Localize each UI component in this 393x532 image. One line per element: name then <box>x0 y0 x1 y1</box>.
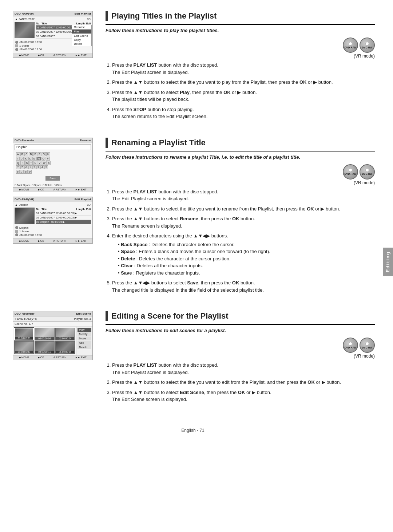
keyboard: ABCDEFGH IJKLMNOP QRSTUVWX YZ012345 <box>15 151 91 175</box>
screen-thumbnail <box>15 22 35 38</box>
playing-titles-subtitle: Follow these instructions to play the pl… <box>106 28 375 33</box>
dvd-rw-badge-2: DVD-RW <box>360 164 375 180</box>
screen-date: JAN/01/2007 <box>19 17 34 21</box>
scene-6: 06 00:00:04 <box>55 341 75 354</box>
dvd-ram-badge: DVD-RAM <box>343 38 358 53</box>
rename-step-2: Press the ▲▼ buttons to select the title… <box>112 205 375 213</box>
edit-step-3: Press the ▲▼ buttons to select Edit Scen… <box>112 389 375 403</box>
bottom-item-3: JAN01/2007 12:00 <box>15 48 90 51</box>
vr-mode-playing: (VR mode) <box>106 54 375 59</box>
renaming-content: Renaming a Playlist Title Follow these i… <box>106 138 375 297</box>
rename-playlist-hdr-left: DVD-RAM(VR) <box>15 198 34 201</box>
renaming-steps: Press the PLAY LIST button with the disc… <box>106 188 375 294</box>
scene-menu: Play Modify Move Add Delete <box>76 327 92 355</box>
rename-text-field[interactable]: Dolphin <box>15 144 91 150</box>
playing-titles-screen-area: DVD-RAM(VR) Edit Playlist ▲ JAN/01/2007 … <box>11 11 95 123</box>
scene-1: 01 00:00:03 <box>14 328 34 340</box>
rename-screen-hdr-right: Rename <box>80 139 91 142</box>
rename-playlist-hdr-right: Edit Playlist <box>75 198 91 201</box>
scene-grid: 01 00:00:03 02 00:00:04 02 00:00:04 04 0… <box>13 327 76 355</box>
disc-icons-playing: DVD-RAM DVD-RW <box>106 38 375 53</box>
renaming-subtitle: Follow these instructions to rename a pl… <box>106 154 375 160</box>
screen-header-right: Edit Playlist <box>75 12 91 15</box>
rename-playlist-title2: Dolphin <box>19 203 28 206</box>
scene-2: 02 00:00:04 <box>35 328 54 340</box>
playing-titles-steps: Press the PLAY LIST button with the disc… <box>106 62 375 120</box>
ctx-copy: Copy <box>72 38 91 42</box>
vr-mode-renaming: (VR mode) <box>106 180 375 185</box>
ctx-delete: Delete <box>72 42 91 46</box>
dvd-ram-badge-2: DVD-RAM <box>343 164 358 180</box>
playing-titles-content: Playing Titles in the Playlist Follow th… <box>106 11 375 123</box>
editing-scene-content: Editing a Scene for the Playlist Follow … <box>106 311 375 406</box>
disc-icons-renaming: DVD-RAM DVD-RW <box>106 164 375 180</box>
scene-4: 04 00:00:53 <box>14 341 34 354</box>
edit-scene-nav: ◆ MOVE ▶ OK ↺ RETURN ►► EXIT <box>13 355 92 360</box>
step-4: Press the STOP button to stop playing. T… <box>112 106 375 120</box>
edit-scene-screen: DVD-Recorder Edit Scene ○ DVD-RAM(VR) Pl… <box>13 311 93 360</box>
screen-count: 3D <box>87 17 91 21</box>
rename-step-3: Press the ▲▼ buttons to select Rename, t… <box>112 215 375 229</box>
editing-scene-subtitle: Follow these instructions to edit scenes… <box>106 328 375 333</box>
rename-playlist-count: 3D <box>87 203 91 206</box>
edit-scene-hdr-left: DVD-Recorder <box>15 312 35 315</box>
rename-step-5: Press the ▲▼◀▶ buttons to select Save, t… <box>112 279 375 293</box>
editing-scene-steps: Press the PLAY LIST button with the disc… <box>106 362 375 403</box>
rename-list-item-3: 03 Dolphin 00:00:05 ▶ <box>36 220 91 224</box>
scene-menu-delete: Delete <box>78 345 91 349</box>
disc-icons-editing: DVD-RAM DVD-RW <box>106 338 375 353</box>
edit-step-1: Press the PLAY LIST button with the disc… <box>112 362 375 376</box>
screen-header-left: DVD-RAM(VR) <box>15 12 34 15</box>
ctx-edit-scene: Edit Scene <box>72 34 91 38</box>
rename-step-4: Enter the desired characters using the ▲… <box>112 232 375 276</box>
side-tab-editing: Editing <box>383 248 393 276</box>
scene-5: 05 00:00:11 <box>35 341 54 354</box>
scene-menu-add: Add <box>78 341 91 345</box>
page-number: English - 71 <box>11 428 375 433</box>
rename-bottom-1: Dolphin <box>15 226 90 229</box>
scene-no: Scene No. 1/7 <box>13 322 92 327</box>
rename-thumbnail <box>15 208 35 224</box>
scene-menu-play: Play <box>78 328 91 332</box>
section-bar-2 <box>106 138 108 148</box>
dvd-rw-badge-3: DVD-RW <box>360 338 375 353</box>
editing-scene-title: Editing a Scene for the Playlist <box>111 311 229 321</box>
scene-menu-modify: Modify <box>78 332 91 336</box>
rename-bottom-3: JAN01/2007 12:00 <box>15 233 90 237</box>
rename-nav: ◆ MOVE ▶ OK ↺ RETURN ►► EXIT <box>13 187 92 192</box>
dvd-ram-badge-3: DVD-RAM <box>343 338 358 353</box>
rename-list-item-1: 01 JAN01/2007 12:00 00:00:03 ▶ <box>36 211 91 216</box>
vr-mode-editing: (VR mode) <box>106 354 375 359</box>
screen-nav: ◆ MOVE ▶ OK ↺ RETURN ►► EXIT <box>13 53 92 58</box>
playing-titles-screen: DVD-RAM(VR) Edit Playlist ▲ JAN/01/2007 … <box>13 11 93 58</box>
rename-step-1: Press the PLAY LIST button with the disc… <box>112 188 375 202</box>
step-2: Press the ▲▼ buttons to select the title… <box>112 79 375 86</box>
ctx-play: Play <box>72 29 91 34</box>
save-button[interactable]: Save <box>45 176 60 181</box>
scene-menu-move: Move <box>78 336 91 340</box>
edit-scene-hdr-right: Edit Scene <box>76 312 91 315</box>
section-bar <box>106 11 108 21</box>
section-bar-3 <box>106 311 108 321</box>
step-1: Press the PLAY LIST button with the disc… <box>112 62 375 76</box>
editing-scene-screen-area: DVD-Recorder Edit Scene ○ DVD-RAM(VR) Pl… <box>11 311 95 406</box>
rename-bottom-2: 1 Scene <box>15 230 90 233</box>
rename-list-item-2: 02 JAN01/2007 12:00 00:00:03 ▶ <box>36 216 91 220</box>
step-3: Press the ▲▼ buttons to select Play, the… <box>112 89 375 103</box>
rename-input-screen: DVD-Recorder Rename Dolphin ABCDEFGH <box>13 138 93 192</box>
scene-3: 02 00:00:04 <box>55 328 75 340</box>
renaming-title: Renaming a Playlist Title <box>111 138 206 147</box>
rename-hints: □ Back Space □ Space □ Delete □ Clear <box>13 183 92 187</box>
ctx-rename: Rename <box>72 25 91 29</box>
rename-screen-hdr-left: DVD-Recorder <box>15 139 35 142</box>
rename-playlist-nav: ◆ MOVE ▶ OK ↺ RETURN ►► EXIT <box>13 239 92 243</box>
rename-playlist-screen: DVD-RAM(VR) Edit Playlist ▲ Dolphin 3D <box>13 197 93 244</box>
renaming-screen-area: DVD-Recorder Rename Dolphin ABCDEFGH <box>11 138 95 247</box>
playing-titles-title: Playing Titles in the Playlist <box>111 11 217 21</box>
edit-step-2: Press the ▲▼ buttons to select the title… <box>112 379 375 386</box>
dvd-rw-badge: DVD-RW <box>360 38 375 53</box>
